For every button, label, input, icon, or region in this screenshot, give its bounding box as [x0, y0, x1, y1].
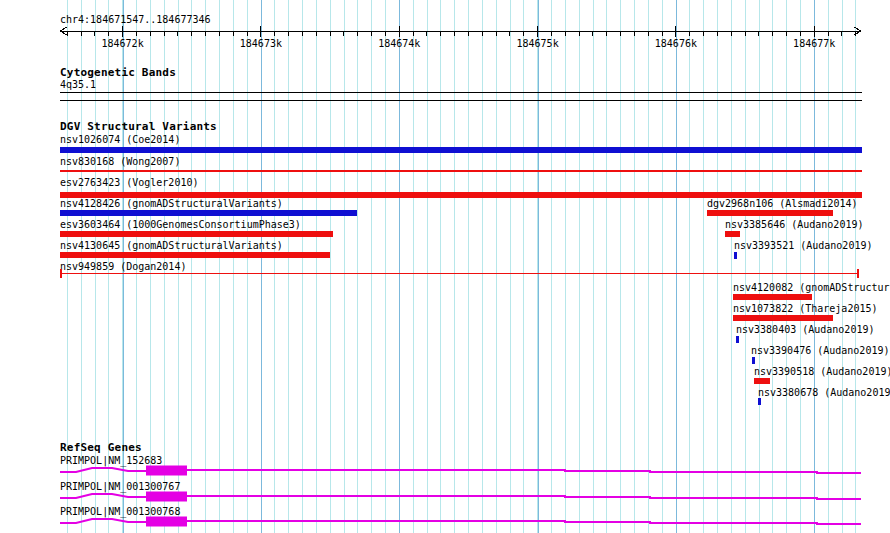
ruler-tick-label: 184677k [772, 38, 856, 49]
variant-tick-glyph[interactable] [752, 357, 755, 364]
genome-browser-panel: chr4:184671547..184677346 Cytogenetic Ba… [0, 0, 890, 533]
variant-bar-glyph[interactable] [60, 231, 333, 237]
ruler-tick-label: 184674k [357, 38, 441, 49]
grid-major-line [261, 0, 262, 533]
cytoband-label[interactable]: 4q35.1 [60, 79, 96, 90]
variant-label[interactable]: nsv3380403 (Audano2019) [736, 324, 874, 335]
grid-major-line [538, 0, 539, 533]
variant-range-endcap [857, 269, 859, 278]
variant-label[interactable]: nsv3380678 (Audano2019 [758, 387, 890, 398]
variant-label[interactable]: dgv2968n106 (Alsmadi2014) [707, 198, 858, 209]
gene-model-glyph[interactable] [0, 512, 890, 530]
variant-bar-glyph[interactable] [754, 378, 770, 384]
gene-exon-box[interactable] [146, 466, 187, 476]
variant-label[interactable]: esv3603464 (1000GenomesConsortiumPhase3) [60, 219, 301, 230]
variant-tick-glyph[interactable] [736, 336, 739, 343]
variant-bar-glyph[interactable] [725, 231, 740, 237]
variant-label[interactable]: nsv4128426 (gnomADStructuralVariants) [60, 198, 283, 209]
track-header-dgv-structural-variants: DGV Structural Variants [60, 121, 217, 133]
cytoband-glyph[interactable] [60, 92, 862, 101]
track-header-refseq-genes: RefSeq Genes [60, 442, 142, 454]
gene-exon-box[interactable] [146, 517, 187, 527]
track-header-cytogenetic-bands: Cytogenetic Bands [60, 67, 176, 79]
variant-label[interactable]: nsv4120082 (gnomADStructur [733, 282, 890, 293]
variant-bar-glyph[interactable] [707, 210, 833, 216]
variant-range-line[interactable] [60, 273, 859, 274]
variant-label[interactable]: nsv3393521 (Audano2019) [734, 240, 872, 251]
variant-bar-glyph[interactable] [60, 147, 862, 153]
variant-tick-glyph[interactable] [758, 398, 761, 405]
gene-model-glyph[interactable] [0, 461, 890, 479]
variant-bar-glyph[interactable] [60, 210, 357, 216]
variant-label[interactable]: nsv1073822 (Thareja2015) [733, 303, 878, 314]
ruler-tick-label: 184675k [496, 38, 580, 49]
ruler-tick-label: 184676k [634, 38, 718, 49]
variant-bar-glyph[interactable] [733, 315, 833, 321]
grid-major-line [399, 0, 400, 533]
variant-label[interactable]: nsv830168 (Wong2007) [60, 156, 180, 167]
grid-major-line [676, 0, 677, 533]
variant-label[interactable]: nsv3390518 (Audano2019) [754, 366, 890, 377]
ruler-tick-label: 184672k [81, 38, 165, 49]
variant-label[interactable]: nsv949859 (Dogan2014) [60, 261, 186, 272]
variant-bar-glyph[interactable] [60, 252, 330, 258]
variant-tick-glyph[interactable] [734, 252, 737, 259]
variant-label[interactable]: nsv3385646 (Audano2019) [725, 219, 863, 230]
variant-label[interactable]: esv2763423 (Vogler2010) [60, 177, 198, 188]
variant-label[interactable]: nsv4130645 (gnomADStructuralVariants) [60, 240, 283, 251]
gene-exon-box[interactable] [146, 492, 187, 502]
variant-bar-glyph[interactable] [733, 294, 812, 300]
variant-label[interactable]: nsv1026074 (Coe2014) [60, 134, 180, 145]
variant-label[interactable]: nsv3390476 (Audano2019) [751, 345, 889, 356]
grid-major-line [814, 0, 815, 533]
ruler-tick-label: 184673k [219, 38, 303, 49]
variant-range-endcap [60, 269, 62, 278]
variant-bar-glyph[interactable] [60, 170, 862, 172]
gene-model-glyph[interactable] [0, 487, 890, 505]
